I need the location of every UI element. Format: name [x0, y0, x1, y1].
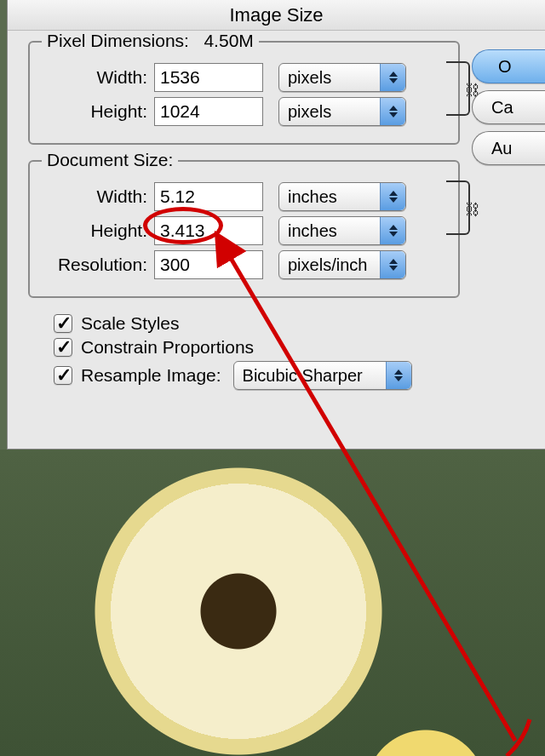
pixel-width-label: Width:	[42, 67, 154, 88]
pixel-dimensions-legend-label: Pixel Dimensions:	[47, 31, 189, 50]
pixel-width-unit-dropdown[interactable]: pixels	[278, 63, 406, 92]
image-size-dialog: Image Size Pixel Dimensions: 4.50M Width…	[7, 0, 545, 450]
pixel-height-label: Height:	[42, 101, 154, 122]
doc-height-row: Height: inches	[42, 216, 446, 245]
doc-width-unit-dropdown[interactable]: inches	[278, 182, 406, 211]
doc-width-label: Width:	[42, 186, 154, 207]
pixel-height-unit-dropdown[interactable]: pixels	[278, 97, 406, 126]
doc-height-label: Height:	[42, 220, 154, 241]
scale-styles-label: Scale Styles	[81, 313, 180, 334]
resample-label: Resample Image:	[81, 365, 221, 386]
resample-method-label: Bicubic Sharper	[243, 366, 363, 386]
resample-method-dropdown[interactable]: Bicubic Sharper	[233, 361, 412, 390]
resolution-label: Resolution:	[42, 255, 154, 275]
pixel-width-unit-label: pixels	[288, 68, 331, 88]
dialog-content: Pixel Dimensions: 4.50M Width: pixels He…	[8, 31, 545, 390]
doc-width-row: Width: inches	[42, 182, 446, 211]
constrain-label: Constrain Proportions	[81, 337, 254, 358]
resample-checkbox[interactable]	[54, 366, 72, 385]
options-area: Scale Styles Constrain Proportions Resam…	[54, 313, 545, 390]
doc-width-unit-label: inches	[288, 187, 337, 207]
doc-height-input[interactable]	[154, 216, 263, 245]
pixel-height-input[interactable]	[154, 97, 263, 126]
dialog-title: Image Size	[8, 0, 545, 31]
pixel-dimensions-group: Pixel Dimensions: 4.50M Width: pixels He…	[28, 41, 460, 145]
link-chain-icon[interactable]: ⛓	[465, 201, 480, 219]
stepper-icon	[380, 98, 405, 125]
document-size-group: Document Size: Width: inches Height: inc…	[28, 160, 460, 298]
cancel-button[interactable]: Ca	[472, 90, 545, 124]
resolution-unit-dropdown[interactable]: pixels/inch	[278, 250, 406, 279]
pixel-dimensions-size: 4.50M	[204, 31, 253, 50]
stepper-icon	[386, 362, 411, 389]
stepper-icon	[380, 64, 405, 91]
pixel-width-input[interactable]	[154, 63, 263, 92]
doc-height-unit-label: inches	[288, 221, 337, 241]
stepper-icon	[380, 217, 405, 244]
document-size-legend: Document Size:	[42, 150, 178, 170]
resample-row[interactable]: Resample Image: Bicubic Sharper	[54, 361, 545, 390]
resolution-row: Resolution: pixels/inch	[42, 250, 446, 279]
auto-button[interactable]: Au	[472, 131, 545, 165]
pixel-height-row: Height: pixels	[42, 97, 446, 126]
constrain-row[interactable]: Constrain Proportions	[54, 337, 545, 358]
flower-photo	[0, 450, 545, 756]
scale-styles-checkbox[interactable]	[54, 314, 72, 333]
constrain-checkbox[interactable]	[54, 338, 72, 357]
doc-width-input[interactable]	[154, 182, 263, 211]
side-buttons: O Ca Au	[472, 49, 545, 172]
doc-height-unit-dropdown[interactable]: inches	[278, 216, 406, 245]
stepper-icon	[380, 251, 405, 278]
pixel-height-unit-label: pixels	[288, 102, 331, 122]
stepper-icon	[380, 183, 405, 210]
pixel-dimensions-legend: Pixel Dimensions: 4.50M	[42, 31, 259, 51]
resolution-unit-label: pixels/inch	[288, 255, 367, 275]
ok-button[interactable]: O	[472, 49, 545, 83]
resolution-input[interactable]	[154, 250, 263, 279]
pixel-width-row: Width: pixels	[42, 63, 446, 92]
scale-styles-row[interactable]: Scale Styles	[54, 313, 545, 334]
